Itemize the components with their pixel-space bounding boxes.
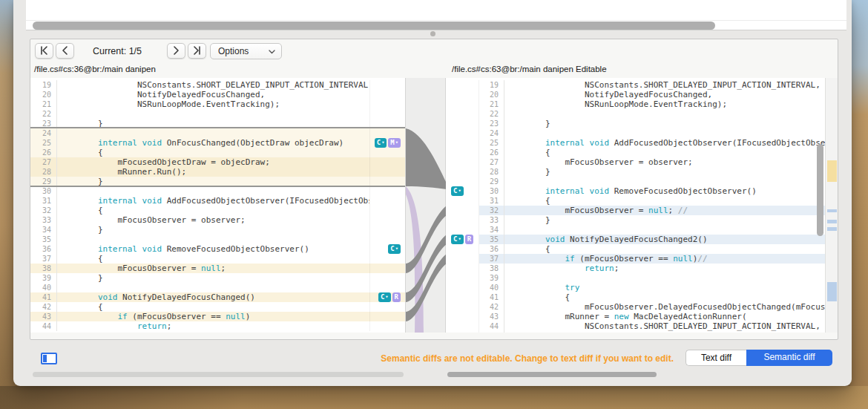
badge-dropdown-arrow-icon: ▾ bbox=[458, 235, 461, 244]
code-line: 40 bbox=[30, 283, 405, 292]
code-line: C▾30 internal void RemoveFocusedObjectOb… bbox=[446, 186, 838, 196]
code-line: 36 { bbox=[446, 244, 838, 254]
line-number: 19 bbox=[479, 80, 504, 90]
line-number: 20 bbox=[30, 90, 57, 99]
code-text: mRunner.Run(); bbox=[57, 167, 369, 177]
line-number: 32 bbox=[479, 206, 504, 215]
diff-badges bbox=[369, 321, 405, 331]
code-line: 29 } bbox=[30, 177, 405, 186]
line-number: 36 bbox=[479, 244, 504, 254]
code-text: internal void AddFocusedObjectObserver(I… bbox=[504, 138, 838, 148]
diff-badges bbox=[446, 109, 479, 119]
go-first-diff-button[interactable] bbox=[35, 43, 53, 59]
code-line: 27 mFocusedObjectDraw = objecDraw; bbox=[30, 157, 405, 167]
diff-badges bbox=[369, 167, 405, 177]
line-number: 23 bbox=[30, 119, 57, 128]
refactor-badge-r[interactable]: R bbox=[392, 292, 401, 302]
overview-marker-blue bbox=[827, 209, 837, 212]
refactor-badge-m[interactable]: M▾ bbox=[388, 138, 401, 148]
code-text: { bbox=[504, 196, 838, 206]
left-code-panel: 19 NSConstants.SHORT_DELAYED_INPUT_ACTIO… bbox=[30, 78, 405, 333]
wallpaper-left-strip bbox=[0, 0, 13, 409]
options-dropdown[interactable]: Options bbox=[210, 43, 282, 59]
code-line: 19 NSConstants.SHORT_DELAYED_INPUT_ACTIO… bbox=[446, 80, 838, 90]
refactor-badge-c[interactable]: C▾ bbox=[451, 235, 464, 244]
text-diff-button[interactable]: Text diff bbox=[685, 350, 746, 366]
line-number: 43 bbox=[30, 312, 57, 321]
badge-dropdown-arrow-icon: ▾ bbox=[395, 244, 398, 254]
line-number: 26 bbox=[479, 148, 504, 157]
code-text: } bbox=[504, 167, 838, 177]
diff-badges bbox=[446, 138, 479, 148]
line-number: 42 bbox=[30, 302, 57, 312]
semantic-diff-button[interactable]: Semantic diff bbox=[746, 350, 832, 366]
diff-badges bbox=[369, 99, 405, 109]
diff-badges bbox=[446, 157, 479, 167]
refactor-badge-r[interactable]: R bbox=[465, 235, 473, 244]
refactor-badge-c[interactable]: C▾ bbox=[378, 292, 391, 302]
line-number: 44 bbox=[30, 321, 57, 331]
diff-badges bbox=[446, 206, 479, 215]
diff-badges bbox=[446, 119, 479, 128]
right-panel-horizontal-scrollbar[interactable] bbox=[447, 372, 657, 377]
code-text: mFocusedObjectDraw = objecDraw; bbox=[57, 157, 369, 167]
code-line: 23 } bbox=[446, 119, 838, 128]
chevron-right-icon bbox=[173, 45, 180, 58]
toggle-sidebar-icon[interactable] bbox=[41, 353, 57, 364]
go-next-diff-button[interactable] bbox=[167, 43, 185, 59]
diff-badges bbox=[446, 225, 479, 235]
right-code-panel: 19 NSConstants.SHORT_DELAYED_INPUT_ACTIO… bbox=[446, 78, 838, 333]
diff-badges bbox=[369, 215, 405, 225]
right-panel-vertical-scrollbar[interactable] bbox=[817, 144, 823, 236]
upper-pane-horizontal-scrollbar[interactable] bbox=[33, 22, 715, 30]
go-first-icon bbox=[40, 45, 48, 58]
refactor-badge-c[interactable]: C▾ bbox=[451, 186, 464, 196]
line-number: 24 bbox=[30, 128, 57, 138]
code-line: 43 if (mFocusObserver == null) bbox=[30, 312, 405, 321]
code-line: 22 bbox=[446, 109, 838, 119]
diff-connector-gutter bbox=[405, 78, 446, 333]
line-number: 28 bbox=[479, 167, 504, 177]
code-line: 34 bbox=[446, 225, 838, 235]
overview-marker-blue bbox=[827, 282, 837, 301]
wallpaper-right-strip bbox=[850, 0, 868, 409]
diff-badges bbox=[369, 157, 405, 167]
line-number: 33 bbox=[30, 215, 57, 225]
line-number: 36 bbox=[30, 244, 57, 254]
left-panel-horizontal-scrollbar[interactable] bbox=[33, 372, 404, 377]
line-number: 40 bbox=[479, 283, 504, 292]
code-text bbox=[57, 186, 369, 196]
diff-badges bbox=[446, 312, 479, 321]
code-text bbox=[504, 177, 838, 186]
code-text: return; bbox=[504, 264, 838, 273]
code-text: NotifyDelayedFocusChanged, bbox=[57, 90, 369, 99]
overview-marker-yellow bbox=[827, 160, 837, 182]
go-last-diff-button[interactable] bbox=[188, 43, 206, 59]
code-text: mFocusObserver = null; // bbox=[504, 206, 838, 215]
refactor-badge-c[interactable]: C▾ bbox=[375, 138, 387, 148]
code-text bbox=[57, 109, 369, 119]
code-line: 41 void NotifyDelayedFocusChanged()C▾R bbox=[30, 292, 405, 302]
toggle-sidebar-icon-bar bbox=[43, 355, 47, 362]
code-line: 44 return; bbox=[30, 321, 405, 331]
code-line: 34 } bbox=[30, 225, 405, 235]
line-number: 33 bbox=[479, 215, 504, 225]
code-line: 38 return; bbox=[446, 264, 838, 273]
code-text: internal void RemoveFocusedObjectObserve… bbox=[504, 186, 838, 196]
line-number: 19 bbox=[30, 80, 57, 90]
code-text bbox=[504, 109, 838, 119]
refactor-badge-c[interactable]: C▾ bbox=[388, 244, 401, 254]
code-line: 32 mFocusObserver = null; // bbox=[446, 206, 838, 215]
right-file-path: /file.cs#cs:63@br:/main danipen Editable bbox=[452, 65, 607, 73]
go-previous-diff-button[interactable] bbox=[56, 43, 74, 59]
splitter-handle[interactable] bbox=[430, 31, 435, 36]
upper-pane bbox=[26, 0, 846, 30]
code-line: 28 mRunner.Run(); bbox=[30, 167, 405, 177]
diff-badges bbox=[446, 331, 479, 333]
line-number: 31 bbox=[479, 196, 504, 206]
line-number: 29 bbox=[479, 177, 504, 186]
code-line: C▾R35 void NotifyDelayedFocusChanged2() bbox=[446, 235, 838, 244]
diff-badges: C▾R bbox=[446, 235, 479, 244]
code-text: NSRunLoopMode.EventTracking); bbox=[57, 99, 369, 109]
diff-badges bbox=[369, 148, 405, 157]
